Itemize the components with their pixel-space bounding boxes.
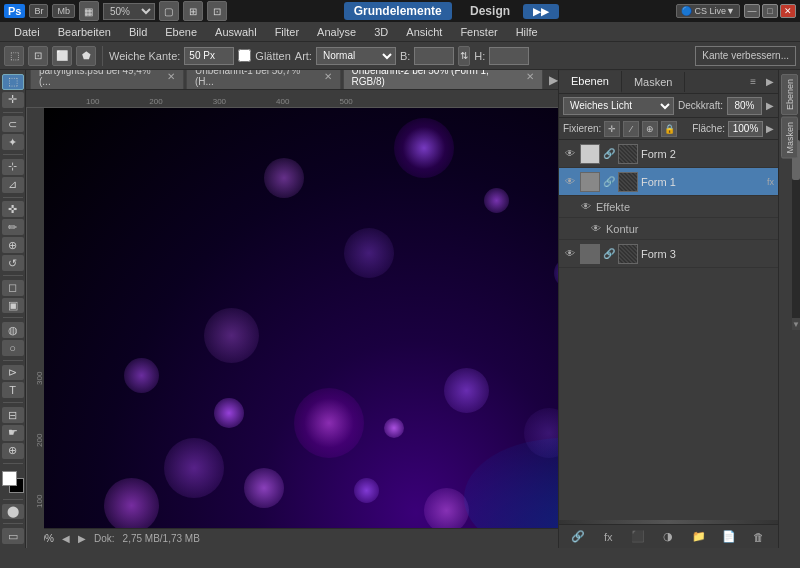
tab-unbenannt2[interactable]: Unbenannt-2 bei 50% (Form 1, RGB/8) ✕ [343, 70, 543, 89]
bi-arrow-icon[interactable]: ⇅ [458, 46, 470, 66]
status-right-arrow[interactable]: ▶ [78, 533, 86, 544]
layer-form2-chain[interactable]: 🔗 [603, 148, 615, 159]
eyedropper-tool[interactable]: ⊿ [2, 177, 24, 193]
menu-filter[interactable]: Filter [267, 24, 307, 40]
tab-unbenannt1[interactable]: Unbenannt-1 bei 50,7% (H... ✕ [186, 70, 341, 89]
expand-icon[interactable]: ▶▶ [523, 4, 559, 19]
menu-auswahl[interactable]: Auswahl [207, 24, 265, 40]
improve-edge-button[interactable]: Kante verbessern... [695, 46, 796, 66]
collapsed-masken-btn[interactable]: Masken [781, 117, 798, 159]
menu-datei[interactable]: Datei [6, 24, 48, 40]
fx-btn[interactable]: fx [599, 528, 617, 546]
zoom-tool[interactable]: ⊕ [2, 443, 24, 459]
clone-tool[interactable]: ⊕ [2, 237, 24, 253]
gradient-tool[interactable]: ▣ [2, 298, 24, 314]
layer-effekte-visibility[interactable]: 👁 [579, 200, 593, 214]
hand-tool[interactable]: ☛ [2, 425, 24, 441]
fix-pos-icon[interactable]: ⊕ [642, 121, 658, 137]
blend-mode-select[interactable]: Weiches Licht [563, 97, 674, 115]
shape-tool[interactable]: ⊟ [2, 407, 24, 423]
arrange-icon[interactable]: ⊞ [183, 1, 203, 21]
menu-3d[interactable]: 3D [366, 24, 396, 40]
panel-menu-btn[interactable]: ▶ [762, 72, 778, 91]
lasso-tool[interactable]: ⊂ [2, 116, 24, 132]
selection-icon-2[interactable]: ⊡ [28, 46, 48, 66]
blur-tool[interactable]: ◍ [2, 322, 24, 338]
selection-icon-3[interactable]: ⬜ [52, 46, 72, 66]
selection-icon-4[interactable]: ⬟ [76, 46, 96, 66]
layer-effekte[interactable]: 👁 Effekte [559, 196, 778, 218]
masks-tab[interactable]: Masken [622, 72, 686, 92]
layer-kontur[interactable]: 👁 Kontur [559, 218, 778, 240]
layer-form1[interactable]: 👁 🔗 Form 1 fx [559, 168, 778, 196]
adjustment-btn[interactable]: ◑ [659, 528, 677, 546]
cs-live-button[interactable]: 🔵 CS Live▼ [676, 4, 740, 18]
win-min-button[interactable]: — [744, 4, 760, 18]
screen-mode-tool[interactable]: ▭ [2, 528, 24, 544]
bridge-button[interactable]: Br [29, 4, 48, 18]
opacity-input[interactable] [727, 97, 762, 115]
hi-input[interactable] [489, 47, 529, 65]
magic-wand-tool[interactable]: ✦ [2, 134, 24, 150]
menu-fenster[interactable]: Fenster [452, 24, 505, 40]
layer-form2-visibility[interactable]: 👁 [563, 147, 577, 161]
group-btn[interactable]: 📁 [690, 528, 708, 546]
smooth-checkbox[interactable] [238, 49, 251, 62]
fix-lock-icon[interactable]: 🔒 [661, 121, 677, 137]
zoom-select[interactable]: 50%100% [103, 3, 155, 20]
add-mask-btn[interactable]: ⬛ [629, 528, 647, 546]
move-tool[interactable]: ✛ [2, 92, 24, 108]
selection-tool[interactable]: ⬚ [2, 74, 24, 90]
fix-brush-icon[interactable]: ∕ [623, 121, 639, 137]
panel-expand-btn[interactable]: ≡ [744, 72, 762, 91]
grundelemente-button[interactable]: Grundelemente [344, 2, 452, 20]
feather-input[interactable] [184, 47, 234, 65]
delete-layer-btn[interactable]: 🗑 [750, 528, 768, 546]
menu-bearbeiten[interactable]: Bearbeiten [50, 24, 119, 40]
layer-kontur-visibility[interactable]: 👁 [589, 222, 603, 236]
foreground-color[interactable] [2, 471, 17, 486]
link-layers-btn[interactable]: 🔗 [569, 528, 587, 546]
tab-expand-icon[interactable]: ▶ [549, 73, 558, 89]
brush-tool[interactable]: ✏ [2, 219, 24, 235]
menu-ebene[interactable]: Ebene [157, 24, 205, 40]
tab-close-2[interactable]: ✕ [526, 71, 534, 82]
collapsed-ebenen-btn[interactable]: Ebenen [781, 74, 798, 115]
layer-form2[interactable]: 👁 🔗 Form 2 [559, 140, 778, 168]
dodge-tool[interactable]: ○ [2, 340, 24, 356]
mini-button[interactable]: Mb [52, 4, 75, 18]
heal-tool[interactable]: ✜ [2, 201, 24, 217]
tab-close-1[interactable]: ✕ [324, 71, 332, 82]
layer-form3-chain[interactable]: 🔗 [603, 248, 615, 259]
history-brush[interactable]: ↺ [2, 255, 24, 271]
layer-form1-chain[interactable]: 🔗 [603, 176, 615, 187]
menu-ansicht[interactable]: Ansicht [398, 24, 450, 40]
art-select[interactable]: Normal [316, 47, 396, 65]
design-button[interactable]: Design [460, 2, 520, 20]
layer-form3[interactable]: 👁 🔗 Form 3 [559, 240, 778, 268]
layer-form1-visibility[interactable]: 👁 [563, 175, 577, 189]
layout-icon[interactable]: ▦ [79, 1, 99, 21]
crop-tool[interactable]: ⊹ [2, 159, 24, 175]
menu-bild[interactable]: Bild [121, 24, 155, 40]
layers-tab[interactable]: Ebenen [559, 71, 622, 93]
menu-analyse[interactable]: Analyse [309, 24, 364, 40]
new-layer-btn[interactable]: 📄 [720, 528, 738, 546]
view-icon[interactable]: ▢ [159, 1, 179, 21]
tab-partylights[interactable]: partylights.psd bei 49,4% (... ✕ [30, 70, 184, 89]
opacity-expand-btn[interactable]: ▶ [766, 100, 774, 111]
fill-input[interactable] [728, 121, 763, 137]
fix-move-icon[interactable]: ✛ [604, 121, 620, 137]
screen-icon[interactable]: ⊡ [207, 1, 227, 21]
selection-tool-icon[interactable]: ⬚ [4, 46, 24, 66]
menu-hilfe[interactable]: Hilfe [508, 24, 546, 40]
fill-expand-btn[interactable]: ▶ [766, 123, 774, 134]
pen-tool[interactable]: ⊳ [2, 365, 24, 381]
quick-mask-tool[interactable]: ⬤ [2, 504, 24, 520]
tab-close-0[interactable]: ✕ [167, 71, 175, 82]
image-canvas[interactable]: ↖ [44, 108, 558, 548]
win-max-button[interactable]: □ [762, 4, 778, 18]
text-tool[interactable]: T [2, 382, 24, 398]
layer-form3-visibility[interactable]: 👁 [563, 247, 577, 261]
win-close-button[interactable]: ✕ [780, 4, 796, 18]
